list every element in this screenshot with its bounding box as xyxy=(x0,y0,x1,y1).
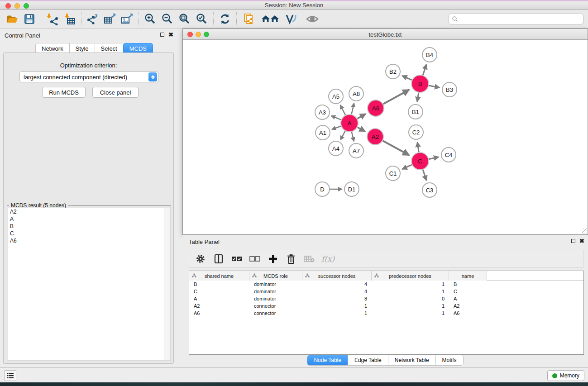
edge-A-A4[interactable] xyxy=(340,131,345,140)
deselect-all-icon[interactable] xyxy=(249,253,261,265)
tab-motifs[interactable]: Motifs xyxy=(436,355,463,365)
edge-B-B1[interactable] xyxy=(417,93,419,102)
result-item[interactable]: A xyxy=(8,215,170,223)
reset-view-icon[interactable] xyxy=(259,11,281,27)
create-column-icon[interactable] xyxy=(267,253,279,265)
tab-node-table[interactable]: Node Table xyxy=(307,355,348,365)
column-header-MCDS-role[interactable]: MCDS role xyxy=(249,271,302,281)
result-scrollbar[interactable] xyxy=(164,208,170,360)
graphics-details-icon[interactable] xyxy=(281,11,301,27)
table-row[interactable]: Adominator80A xyxy=(189,295,583,302)
memory-button[interactable]: Memory xyxy=(547,370,584,381)
zoom-in-icon[interactable] xyxy=(142,11,159,27)
table-float-icon[interactable] xyxy=(571,239,575,243)
node-table[interactable]: shared nameMCDS rolesuccessor nodesprede… xyxy=(189,271,584,355)
column-header-shared-name[interactable]: shared name xyxy=(189,271,249,281)
import-network-icon[interactable] xyxy=(44,11,61,27)
table-close-icon[interactable]: ✖ xyxy=(579,238,584,244)
zoom-selected-icon[interactable] xyxy=(193,11,210,27)
column-header-successor-nodes[interactable]: successor nodes xyxy=(302,271,372,281)
run-mcds-button[interactable]: Run MCDS xyxy=(42,87,86,98)
table-settings-gear-icon[interactable] xyxy=(195,253,206,265)
node-A4[interactable]: A4 xyxy=(329,141,343,156)
node-A1[interactable]: A1 xyxy=(316,125,330,140)
svg-text:A7: A7 xyxy=(353,148,360,154)
result-item[interactable]: C xyxy=(8,230,170,237)
node-A7[interactable]: A7 xyxy=(349,143,363,158)
network-window-titlebar[interactable]: testGlobe.txt xyxy=(183,29,588,40)
import-table-icon[interactable] xyxy=(61,11,78,27)
result-item[interactable]: B xyxy=(8,223,170,230)
edge-B-B4[interactable] xyxy=(423,64,426,75)
task-history-button[interactable] xyxy=(5,370,16,381)
select-all-icon[interactable] xyxy=(231,253,243,265)
export-network-icon[interactable] xyxy=(84,11,101,27)
table-row[interactable]: A6connector11A6 xyxy=(189,310,583,317)
node-B1[interactable]: B1 xyxy=(408,105,423,119)
node-D1[interactable]: D1 xyxy=(344,182,359,196)
search-box[interactable] xyxy=(449,14,583,24)
edge-C-C3[interactable] xyxy=(423,170,426,181)
node-B2[interactable]: B2 xyxy=(386,64,400,79)
network-canvas[interactable]: B4B2BB3A8A5A6B1A3AC2A1A2A4A7C4CC1C3DD1 xyxy=(183,40,588,234)
close-panel-button[interactable]: Close panel xyxy=(92,87,139,98)
node-C1[interactable]: C1 xyxy=(386,166,400,181)
zoom-fit-icon[interactable] xyxy=(176,11,193,27)
edge-A-A3[interactable] xyxy=(331,116,341,120)
node-C4[interactable]: C4 xyxy=(441,148,456,162)
export-table-icon[interactable] xyxy=(101,11,119,27)
table-row[interactable]: Cdominator41C xyxy=(189,288,583,295)
delete-column-trash-icon[interactable] xyxy=(285,253,297,265)
table-row[interactable]: Bdominator41B xyxy=(189,281,583,288)
edge-A6-B[interactable] xyxy=(383,90,409,104)
edge-A-A6[interactable] xyxy=(357,114,365,119)
edge-C-C4[interactable] xyxy=(429,157,439,159)
svg-text:B1: B1 xyxy=(412,109,419,115)
node-C3[interactable]: C3 xyxy=(422,183,437,197)
criterion-dropdown[interactable]: largest connected component (directed) xyxy=(19,71,158,82)
result-item[interactable]: A6 xyxy=(8,237,170,244)
float-panel-icon[interactable] xyxy=(160,33,164,37)
zoom-out-icon[interactable] xyxy=(159,11,176,27)
table-row[interactable]: A2connector11A2 xyxy=(189,302,583,310)
edge-A-A2[interactable] xyxy=(358,127,365,131)
node-B[interactable]: B xyxy=(411,75,429,92)
node-A[interactable]: A xyxy=(341,114,358,132)
node-B3[interactable]: B3 xyxy=(442,82,457,97)
save-session-icon[interactable] xyxy=(21,11,38,27)
node-C2[interactable]: C2 xyxy=(409,125,423,139)
tab-edge-table[interactable]: Edge Table xyxy=(348,355,388,365)
birds-eye-view-icon[interactable] xyxy=(301,11,324,27)
result-item[interactable]: A2 xyxy=(8,208,170,215)
tab-network-table[interactable]: Network Table xyxy=(388,355,436,365)
edge-A-A8[interactable] xyxy=(351,103,354,114)
edge-A2-C[interactable] xyxy=(383,141,409,155)
node-A6[interactable]: A6 xyxy=(368,100,384,116)
export-image-icon[interactable] xyxy=(119,11,136,27)
node-A8[interactable]: A8 xyxy=(349,86,363,101)
show-columns-icon[interactable] xyxy=(213,253,225,265)
edge-A-A1[interactable] xyxy=(332,126,341,129)
edge-C-C1[interactable] xyxy=(402,165,412,169)
refresh-icon[interactable] xyxy=(216,11,234,27)
open-session-icon[interactable] xyxy=(4,11,21,27)
node-A2[interactable]: A2 xyxy=(367,129,383,145)
node-A5[interactable]: A5 xyxy=(329,89,343,104)
edge-A-A7[interactable] xyxy=(352,132,354,141)
node-D[interactable]: D xyxy=(315,182,330,196)
edge-B-B3[interactable] xyxy=(429,86,440,88)
node-C[interactable]: C xyxy=(411,152,429,170)
edge-A-A5[interactable] xyxy=(340,105,345,115)
mcds-result-list[interactable]: A2ABCA6 xyxy=(8,208,170,360)
edge-B-B2[interactable] xyxy=(402,76,412,80)
column-header-predecessor-nodes[interactable]: predecessor nodes xyxy=(372,271,449,281)
node-A3[interactable]: A3 xyxy=(315,105,330,119)
column-header-name[interactable]: name xyxy=(449,271,487,281)
network-graph[interactable]: B4B2BB3A8A5A6B1A3AC2A1A2A4A7C4CC1C3DD1 xyxy=(183,40,588,234)
search-input[interactable] xyxy=(458,14,583,24)
new-session-from-network-icon[interactable] xyxy=(239,11,259,27)
close-panel-icon[interactable]: ✖ xyxy=(168,31,173,38)
node-B4[interactable]: B4 xyxy=(422,48,437,62)
resize-handle[interactable] xyxy=(582,229,587,234)
edge-C-C2[interactable] xyxy=(417,142,419,152)
